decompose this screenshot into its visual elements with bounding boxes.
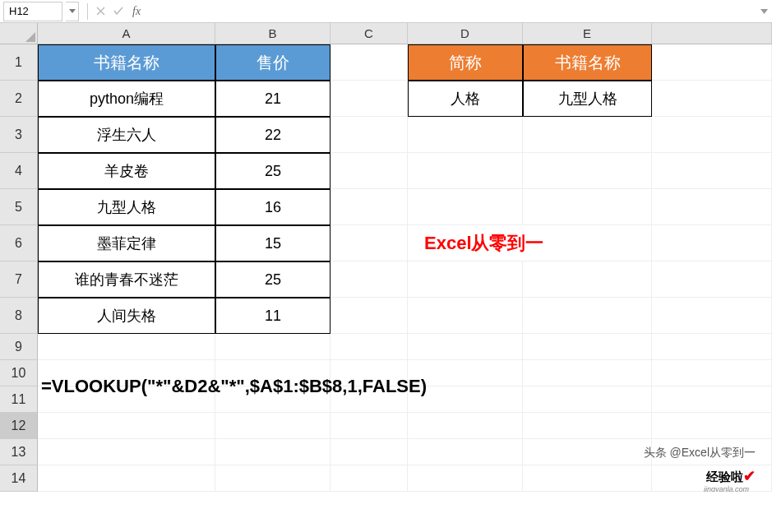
cell-F11[interactable] xyxy=(652,386,772,413)
formula-input[interactable] xyxy=(146,2,756,21)
cell-E7[interactable] xyxy=(523,261,652,298)
name-box-dropdown[interactable] xyxy=(66,2,79,21)
col-header-B[interactable]: B xyxy=(215,23,331,44)
col-header-D[interactable]: D xyxy=(408,23,523,44)
cell-D12[interactable] xyxy=(408,413,523,439)
cell-B2[interactable]: 21 xyxy=(215,81,331,117)
row-header-8[interactable]: 8 xyxy=(0,298,38,334)
row-header-13[interactable]: 13 xyxy=(0,439,38,465)
cell-E14[interactable] xyxy=(523,465,652,492)
cell-C8[interactable] xyxy=(331,298,408,334)
row-header-1[interactable]: 1 xyxy=(0,44,38,81)
cell-B3[interactable]: 22 xyxy=(215,117,331,153)
col-header-A[interactable]: A xyxy=(38,23,215,44)
cancel-formula-button[interactable] xyxy=(91,2,109,21)
cell-B8[interactable]: 11 xyxy=(215,298,331,334)
row-header-2[interactable]: 2 xyxy=(0,81,38,117)
cell-A3[interactable]: 浮生六人 xyxy=(38,117,215,153)
cell-F9[interactable] xyxy=(652,334,772,360)
cell-F6[interactable] xyxy=(652,225,772,261)
cell-F5[interactable] xyxy=(652,189,772,225)
cell-A7[interactable]: 谁的青春不迷茫 xyxy=(38,261,215,298)
cell-D13[interactable] xyxy=(408,439,523,465)
row-header-12[interactable]: 12 xyxy=(0,413,38,439)
cell-C12[interactable] xyxy=(331,413,408,439)
cell-C14[interactable] xyxy=(331,465,408,492)
confirm-formula-button[interactable] xyxy=(109,2,127,21)
cell-C5[interactable] xyxy=(331,189,408,225)
grid-row: 10 =VLOOKUP("*"&D2&"*",$A$1:$B$8,1,FALSE… xyxy=(0,360,772,386)
cell-E12[interactable] xyxy=(523,413,652,439)
cell-C4[interactable] xyxy=(331,153,408,189)
cell-B9[interactable] xyxy=(215,334,331,360)
cell-B5[interactable]: 16 xyxy=(215,189,331,225)
row-header-4[interactable]: 4 xyxy=(0,153,38,189)
cell-A8[interactable]: 人间失格 xyxy=(38,298,215,334)
cell-E5[interactable] xyxy=(523,189,652,225)
cell-A14[interactable] xyxy=(38,465,215,492)
cell-C9[interactable] xyxy=(331,334,408,360)
row-header-3[interactable]: 3 xyxy=(0,117,38,153)
cell-D4[interactable] xyxy=(408,153,523,189)
cell-A5[interactable]: 九型人格 xyxy=(38,189,215,225)
cell-F2[interactable] xyxy=(652,81,772,117)
fx-button[interactable]: fx xyxy=(132,5,141,18)
cell-C13[interactable] xyxy=(331,439,408,465)
cell-E1[interactable]: 书籍名称 xyxy=(523,44,652,81)
cell-A4[interactable]: 羊皮卷 xyxy=(38,153,215,189)
cell-D1[interactable]: 简称 xyxy=(408,44,523,81)
col-header-C[interactable]: C xyxy=(331,23,408,44)
cell-A13[interactable] xyxy=(38,439,215,465)
select-all-corner[interactable] xyxy=(0,23,38,44)
cell-F10[interactable] xyxy=(652,360,772,386)
cell-B12[interactable] xyxy=(215,413,331,439)
name-box[interactable]: H12 xyxy=(3,2,62,21)
cell-D5[interactable] xyxy=(408,189,523,225)
cell-C7[interactable] xyxy=(331,261,408,298)
cell-D3[interactable] xyxy=(408,117,523,153)
cell-C3[interactable] xyxy=(331,117,408,153)
cell-D7[interactable] xyxy=(408,261,523,298)
cell-E9[interactable] xyxy=(523,334,652,360)
expand-formula-button[interactable] xyxy=(756,9,772,14)
cell-B13[interactable] xyxy=(215,439,331,465)
cell-A6[interactable]: 墨菲定律 xyxy=(38,225,215,261)
cell-A1[interactable]: 书籍名称 xyxy=(38,44,215,81)
cell-A2[interactable]: python编程 xyxy=(38,81,215,117)
cell-B6[interactable]: 15 xyxy=(215,225,331,261)
cell-C1[interactable] xyxy=(331,44,408,81)
cell-E8[interactable] xyxy=(523,298,652,334)
cell-F1[interactable] xyxy=(652,44,772,81)
cell-D14[interactable] xyxy=(408,465,523,492)
cell-E2[interactable]: 九型人格 xyxy=(523,81,652,117)
cell-B7[interactable]: 25 xyxy=(215,261,331,298)
cell-C2[interactable] xyxy=(331,81,408,117)
cell-D6[interactable]: Excel从零到一 xyxy=(408,225,652,261)
row-header-14[interactable]: 14 xyxy=(0,465,38,492)
cell-E3[interactable] xyxy=(523,117,652,153)
cell-D2[interactable]: 人格 xyxy=(408,81,523,117)
cell-E4[interactable] xyxy=(523,153,652,189)
cell-D8[interactable] xyxy=(408,298,523,334)
cell-E13[interactable] xyxy=(523,439,652,465)
cell-F7[interactable] xyxy=(652,261,772,298)
check-icon: ✔ xyxy=(743,468,756,484)
grid-row: 14 xyxy=(0,465,772,492)
cell-F3[interactable] xyxy=(652,117,772,153)
cell-A12[interactable] xyxy=(38,413,215,439)
cell-F4[interactable] xyxy=(652,153,772,189)
cell-D9[interactable] xyxy=(408,334,523,360)
cell-A9[interactable] xyxy=(38,334,215,360)
row-header-5[interactable]: 5 xyxy=(0,189,38,225)
cell-C6[interactable] xyxy=(331,225,408,261)
row-header-9[interactable]: 9 xyxy=(0,334,38,360)
cell-B4[interactable]: 25 xyxy=(215,153,331,189)
cell-B1[interactable]: 售价 xyxy=(215,44,331,81)
cell-F12[interactable] xyxy=(652,413,772,439)
cell-B14[interactable] xyxy=(215,465,331,492)
row-header-7[interactable]: 7 xyxy=(0,261,38,298)
col-header-E[interactable]: E xyxy=(523,23,652,44)
row-header-6[interactable]: 6 xyxy=(0,225,38,261)
cell-F8[interactable] xyxy=(652,298,772,334)
col-header-F[interactable] xyxy=(652,23,772,44)
